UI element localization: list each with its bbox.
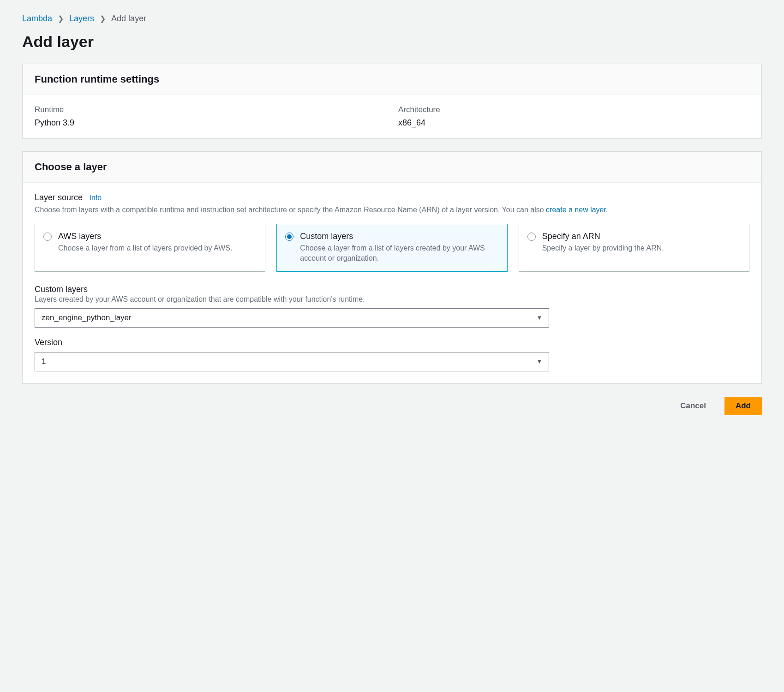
breadcrumb-lambda[interactable]: Lambda: [22, 14, 52, 24]
architecture-value: x86_64: [398, 118, 740, 128]
tile-title: Custom layers: [300, 232, 498, 241]
action-row: Cancel Add: [22, 397, 762, 415]
tile-desc: Choose a layer from a list of layers cre…: [300, 243, 498, 264]
layer-source-tiles: AWS layers Choose a layer from a list of…: [35, 224, 749, 272]
layer-source-label: Layer source: [35, 193, 83, 202]
breadcrumb-layers[interactable]: Layers: [69, 14, 94, 24]
tile-title: Specify an ARN: [542, 232, 664, 241]
page-title: Add layer: [22, 33, 762, 51]
tile-title: AWS layers: [58, 232, 232, 241]
runtime-value: Python 3.9: [35, 118, 377, 128]
select-value: zen_engine_python_layer: [42, 313, 132, 322]
runtime-label: Runtime: [35, 105, 377, 114]
radio-icon: [43, 233, 52, 241]
choose-layer-panel: Choose a layer Layer source Info Choose …: [22, 151, 762, 384]
layer-source-help: Choose from layers with a compatible run…: [35, 204, 749, 215]
tile-aws-layers[interactable]: AWS layers Choose a layer from a list of…: [35, 224, 265, 272]
create-new-layer-link[interactable]: create a new layer: [546, 206, 606, 214]
caret-down-icon: ▼: [536, 358, 542, 365]
panel-header: Choose a layer: [23, 152, 761, 183]
runtime-settings-heading: Function runtime settings: [35, 73, 749, 85]
help-text-pre: Choose from layers with a compatible run…: [35, 206, 546, 214]
choose-layer-heading: Choose a layer: [35, 161, 749, 173]
custom-layers-help: Layers created by your AWS account or or…: [35, 295, 749, 304]
chevron-right-icon: ❯: [100, 14, 106, 23]
info-link[interactable]: Info: [90, 194, 102, 202]
add-button[interactable]: Add: [724, 397, 762, 415]
caret-down-icon: ▼: [536, 314, 542, 321]
tile-custom-layers[interactable]: Custom layers Choose a layer from a list…: [276, 224, 507, 272]
breadcrumb: Lambda ❯ Layers ❯ Add layer: [22, 14, 762, 24]
tile-specify-arn[interactable]: Specify an ARN Specify a layer by provid…: [519, 224, 749, 272]
version-label: Version: [35, 338, 749, 347]
radio-icon: [285, 233, 293, 241]
runtime-settings-panel: Function runtime settings Runtime Python…: [22, 64, 762, 138]
custom-layers-select[interactable]: zen_engine_python_layer ▼: [35, 308, 549, 328]
architecture-label: Architecture: [398, 105, 740, 114]
chevron-right-icon: ❯: [58, 14, 64, 23]
tile-desc: Specify a layer by providing the ARN.: [542, 243, 664, 253]
version-select[interactable]: 1 ▼: [35, 352, 549, 371]
custom-layers-label: Custom layers: [35, 285, 749, 294]
radio-icon: [527, 233, 536, 241]
tile-desc: Choose a layer from a list of layers pro…: [58, 243, 232, 253]
select-value: 1: [42, 357, 46, 366]
panel-header: Function runtime settings: [23, 64, 761, 95]
cancel-button[interactable]: Cancel: [669, 397, 717, 415]
help-text-post: .: [606, 206, 608, 214]
breadcrumb-current: Add layer: [111, 14, 146, 24]
